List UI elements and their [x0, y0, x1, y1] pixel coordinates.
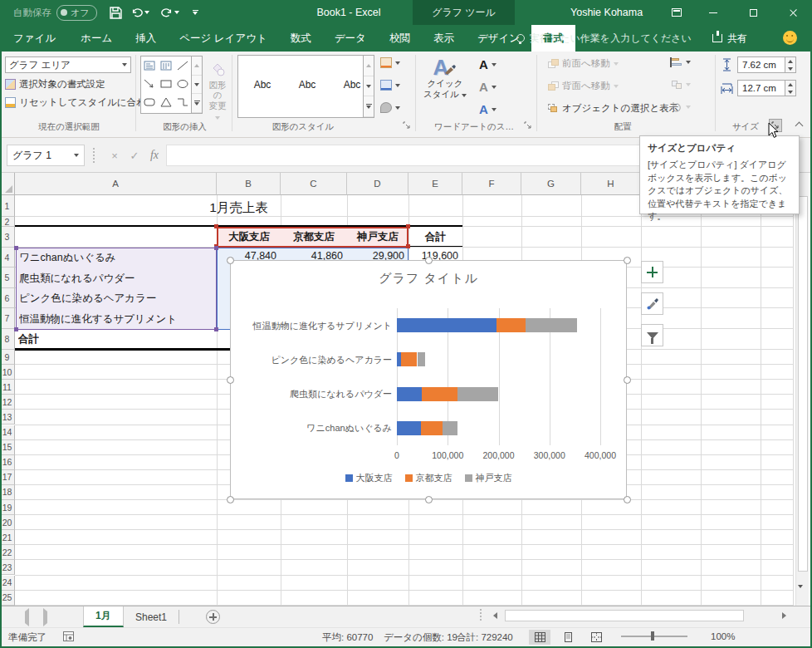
horizontal-scroll-left-arrow[interactable]: [493, 612, 497, 619]
column-header-E[interactable]: E: [408, 173, 462, 195]
shape-width-stepper[interactable]: [785, 80, 796, 96]
bar-segment-京都支店[interactable]: [496, 318, 526, 332]
row-header-5[interactable]: 5: [0, 268, 15, 288]
text-outline-button[interactable]: A: [479, 80, 496, 94]
shape-triangle-icon[interactable]: [158, 93, 174, 111]
row-header-18[interactable]: 18: [0, 485, 15, 500]
text-fill-button[interactable]: A: [479, 57, 496, 71]
customize-qat-button[interactable]: [186, 3, 204, 22]
row-header-3[interactable]: 3: [0, 227, 15, 248]
cell-total-row-label[interactable]: 合計: [18, 332, 39, 346]
row-header-25[interactable]: 25: [0, 591, 15, 606]
row-header-9[interactable]: 9: [0, 350, 15, 365]
chart-styles-button[interactable]: [641, 292, 663, 315]
legend-item[interactable]: 京都支店: [405, 472, 452, 484]
chart-elements-button[interactable]: [641, 261, 663, 283]
bar-segment-大阪支店[interactable]: [397, 318, 496, 332]
row-header-21[interactable]: 21: [0, 530, 15, 545]
range-handle[interactable]: [214, 224, 218, 228]
row-header-12[interactable]: 12: [0, 395, 15, 410]
row-header-22[interactable]: 22: [0, 545, 15, 560]
status-count[interactable]: データの個数: 19: [384, 631, 457, 644]
row-header-2[interactable]: 2: [0, 217, 15, 227]
chart-resize-handle-e[interactable]: [624, 376, 631, 384]
undo-dropdown-caret[interactable]: [144, 11, 149, 14]
column-header-D[interactable]: D: [347, 173, 408, 195]
sheet-nav-right-arrow[interactable]: [43, 611, 47, 623]
share-button[interactable]: 共有: [712, 25, 747, 52]
bar-segment-京都支店[interactable]: [421, 421, 443, 435]
range-handle[interactable]: [14, 327, 18, 331]
row-header-17[interactable]: 17: [0, 470, 15, 485]
redo-button[interactable]: [161, 3, 179, 22]
shape-arrow-icon[interactable]: [141, 75, 158, 93]
cell-title[interactable]: 1月売上表: [15, 199, 462, 217]
range-handle[interactable]: [406, 244, 410, 248]
chart-resize-handle-se[interactable]: [624, 496, 631, 503]
vertical-scrollbar[interactable]: [795, 173, 809, 606]
bar-segment-大阪支店[interactable]: [397, 421, 421, 435]
column-header-C[interactable]: C: [281, 173, 347, 195]
bar-segment-京都支店[interactable]: [401, 352, 418, 366]
shape-textbox-horizontal-icon[interactable]: [141, 56, 158, 75]
chart[interactable]: グラフ タイトル 大阪支店京都支店神戸支店 0100,000200,000300…: [230, 260, 627, 499]
range-handle[interactable]: [406, 224, 410, 228]
zoom-level[interactable]: 100%: [711, 631, 735, 641]
chart-element-selector[interactable]: グラフ エリア: [5, 56, 131, 73]
shape-gallery-scroll-up[interactable]: [192, 56, 202, 76]
new-sheet-button[interactable]: [206, 610, 220, 624]
shape-styles-more[interactable]: [364, 96, 374, 117]
view-page-break-button[interactable]: [585, 630, 607, 645]
row-header-6[interactable]: 6: [0, 288, 15, 308]
shape-styles-scroll[interactable]: [363, 55, 374, 118]
view-normal-button[interactable]: [529, 630, 550, 645]
collapse-ribbon-button[interactable]: [794, 121, 804, 130]
chart-legend[interactable]: 大阪支店京都支店神戸支店: [231, 472, 626, 484]
shape-styles-dialog-launcher[interactable]: [401, 120, 413, 131]
tab-view[interactable]: 表示: [422, 25, 466, 52]
bar-segment-神戸支店[interactable]: [443, 421, 457, 435]
row-header-16[interactable]: 16: [0, 455, 15, 470]
tab-formulas[interactable]: 数式: [279, 25, 323, 52]
status-average[interactable]: 平均: 60770: [322, 631, 373, 644]
chart-resize-handle-s[interactable]: [425, 496, 433, 503]
column-header-F[interactable]: F: [462, 173, 521, 195]
redo-dropdown-caret[interactable]: [174, 11, 179, 14]
undo-button[interactable]: [131, 3, 149, 22]
row-header-11[interactable]: 11: [0, 380, 15, 395]
chart-filters-button[interactable]: [641, 324, 663, 346]
shape-effects-button[interactable]: [380, 102, 400, 113]
cell-header-kyoto[interactable]: 京都支店: [282, 230, 345, 244]
shape-outline-button[interactable]: [380, 80, 400, 91]
sheet-tab-jan[interactable]: 1月: [83, 606, 124, 627]
row-header-24[interactable]: 24: [0, 576, 15, 591]
shape-oval-icon[interactable]: [174, 75, 191, 93]
shape-width-input[interactable]: 12.7 cm: [737, 80, 785, 96]
range-handle[interactable]: [214, 246, 218, 250]
cell-product-2[interactable]: 爬虫類になれるパウダー: [19, 272, 214, 286]
status-sum[interactable]: 合計: 729240: [457, 631, 513, 644]
row-header-19[interactable]: 19: [0, 500, 15, 515]
row-header-23[interactable]: 23: [0, 560, 15, 575]
range-handle[interactable]: [14, 246, 18, 250]
shape-style-preset-1[interactable]: Abc: [243, 66, 281, 103]
cell-product-3[interactable]: ピンク色に染めるヘアカラー: [19, 292, 214, 306]
row-header-4[interactable]: 4: [0, 248, 15, 268]
selection-pane-button[interactable]: オブジェクトの選択と表示: [548, 102, 678, 115]
zoom-slider-track[interactable]: [621, 636, 687, 637]
formula-bar-splitter[interactable]: [93, 148, 95, 163]
ribbon-display-options-button[interactable]: [663, 0, 691, 25]
horizontal-scrollbar[interactable]: [490, 609, 794, 623]
shape-styles-scroll-up[interactable]: [364, 56, 374, 76]
tab-review[interactable]: 校閲: [378, 25, 422, 52]
feedback-smiley-icon[interactable]: [783, 31, 797, 45]
shape-height-stepper[interactable]: [785, 56, 796, 73]
shape-elbow-connector-icon[interactable]: [174, 93, 191, 111]
range-handle[interactable]: [214, 327, 218, 331]
tab-data[interactable]: データ: [323, 25, 378, 52]
bar-segment-大阪支店[interactable]: [397, 387, 422, 401]
align-objects-button[interactable]: [671, 57, 691, 67]
bar-segment-京都支店[interactable]: [422, 387, 457, 401]
cell-header-total[interactable]: 合計: [408, 230, 462, 247]
user-name[interactable]: Yoshie Kohama: [570, 0, 643, 25]
